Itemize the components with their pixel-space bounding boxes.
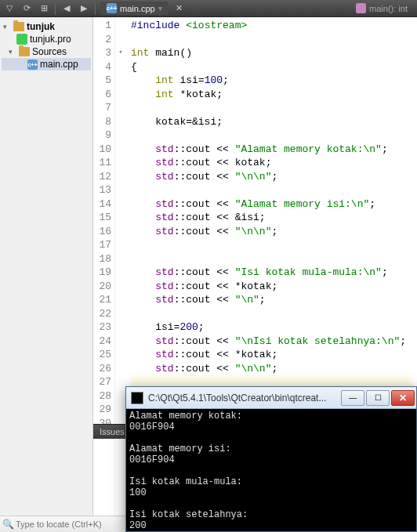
dropdown-icon[interactable]: ▾ [158,4,162,13]
minimize-button[interactable]: — [341,390,364,406]
separator [55,2,56,15]
qt-pro-icon [16,34,27,45]
function-icon [356,3,366,13]
cpp-file-icon: c++ [107,3,117,13]
fold-column[interactable]: ▾ [115,17,126,516]
issues-label: Issues [100,427,125,436]
editor-toolbar: ▽ ⟳ ⊞ ◀ ▶ c++ main.cpp ▾ ✕ main(): int [0,0,417,17]
breadcrumb-symbol[interactable]: main(): int [350,2,414,15]
expand-icon[interactable]: ▾ [3,23,11,31]
project-root-item[interactable]: ▾ tunjuk [2,20,91,33]
pro-file-item[interactable]: tunjuk.pro [2,33,91,45]
expand-icon[interactable]: ▾ [9,48,16,56]
source-file-label: main.cpp [40,59,78,70]
console-app-icon [131,392,143,404]
tab-label: main.cpp [120,4,155,13]
console-window[interactable]: C:\Qt\Qt5.4.1\Tools\QtCreator\bin\qtcrea… [125,386,417,532]
pro-file-label: tunjuk.pro [30,34,71,45]
folder-icon [13,22,24,31]
close-button[interactable]: ✕ [391,390,415,406]
forward-icon[interactable]: ▶ [78,2,90,15]
open-file-tab[interactable]: c++ main.cpp ▾ [100,2,169,15]
project-name: tunjuk [27,21,55,32]
close-tab-icon[interactable]: ✕ [173,2,186,15]
sources-label: Sources [32,46,67,57]
console-output: Alamat memory kotak: 0016F904 Alamat mem… [126,409,416,532]
maximize-button[interactable]: ☐ [366,390,390,406]
folder-icon [19,47,30,56]
separator [95,2,96,15]
back-icon[interactable]: ◀ [60,2,73,15]
sources-folder-item[interactable]: ▾ Sources [2,45,91,58]
cpp-file-icon: c++ [27,60,38,70]
search-icon: 🔍 [0,519,16,530]
source-file-item[interactable]: c++ main.cpp [2,58,91,71]
console-title-bar[interactable]: C:\Qt\Qt5.4.1\Tools\QtCreator\bin\qtcrea… [126,387,416,409]
filter-icon[interactable]: ▽ [3,2,16,15]
project-sidebar: ▾ tunjuk tunjuk.pro ▾ Sources c++ main.c… [0,17,93,516]
console-title: C:\Qt\Qt5.4.1\Tools\QtCreator\bin\qtcrea… [148,393,339,404]
breadcrumb-label: main(): int [369,4,408,13]
split-icon[interactable]: ⊞ [38,2,50,15]
sync-icon[interactable]: ⟳ [20,2,33,15]
line-number-gutter: 1234567891011121314151617181920212223242… [93,17,115,516]
